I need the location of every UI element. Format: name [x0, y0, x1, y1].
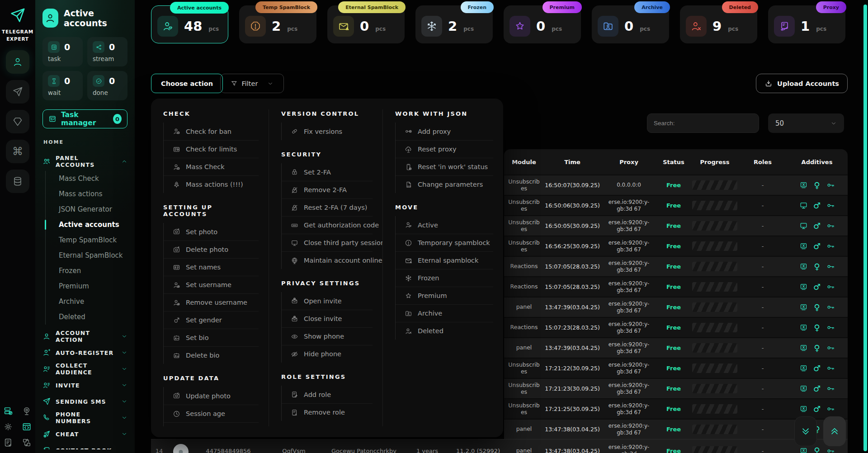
menu-item-set-2-fa[interactable]: Set 2-FA: [282, 163, 373, 181]
table-row[interactable]: Unsubscribes17:21:23(30.09.25)erse.io:92…: [504, 378, 848, 398]
status-card-frozen[interactable]: Frozen2pcs: [415, 5, 493, 43]
sidebar-item-eternal-spamblock[interactable]: Eternal SpamBlock: [46, 248, 127, 263]
menu-item-check-for-limits[interactable]: Check for limits: [164, 140, 259, 158]
menu-item-mass-actions[interactable]: Mass actions (!!!): [164, 175, 259, 193]
task-manager-button[interactable]: Task manager 0: [42, 109, 127, 128]
sidebar-item-json-generator[interactable]: JSON Generator: [46, 202, 127, 217]
menu-item-update-photo[interactable]: Update photo: [164, 387, 259, 405]
sidebar-section-account-action[interactable]: ACCOUNT ACTION: [42, 328, 127, 344]
menu-item-maintain-account-online[interactable]: Maintain account online: [282, 251, 373, 269]
sidebar-section-auto-register[interactable]: AUTO-REGISTER: [42, 344, 127, 361]
status-card-eternal-spamblock[interactable]: Eternal SpamBlock0pcs: [327, 5, 405, 43]
table-row[interactable]: Unsubscribes17:21:25(30.09.25)erse.io:92…: [504, 398, 848, 419]
rail-database-button[interactable]: [6, 170, 29, 193]
menu-item-session-age[interactable]: Session age: [164, 405, 259, 422]
sidebar-section-panel-accounts[interactable]: PANEL ACCOUNTS: [42, 153, 127, 170]
status-card-active-accounts[interactable]: Active accounts48pcs: [151, 5, 228, 43]
sidebar-item-active-accounts[interactable]: Active accounts: [46, 217, 127, 232]
status-card-proxy[interactable]: Proxy1pcs: [768, 5, 845, 43]
menu-item-active[interactable]: Active: [396, 216, 493, 234]
menu-item-set-photo[interactable]: Set photo: [164, 223, 259, 241]
menu-item-add-proxy[interactable]: Add proxy: [396, 123, 493, 140]
menu-item-temporary-spamblock[interactable]: Temporary spamblock: [396, 234, 493, 251]
menu-item-set-bio[interactable]: Set bio: [164, 329, 259, 346]
menu-item-get-authorization-code[interactable]: Get authorization code: [282, 216, 373, 234]
server-check-icon[interactable]: [3, 406, 13, 416]
table-row[interactable]: panel13:47:39(03.04.25)erse.io:9200:y-gb…: [504, 297, 848, 317]
rail-command-button[interactable]: ⌘: [6, 140, 29, 163]
sidebar-item-premium[interactable]: Premium: [46, 278, 127, 294]
sidebar-section-contact-book[interactable]: CONTACT BOOK: [42, 442, 127, 449]
menu-item-eternal-spamblock[interactable]: Eternal spamblock: [396, 251, 493, 269]
rail-person-button[interactable]: [6, 50, 29, 74]
account-row[interactable]: 14 447584849856 QgfVsm Gocewu Patoncchrk…: [151, 439, 848, 453]
menu-item-close-third-party-sessions[interactable]: Close third party sessions: [282, 234, 373, 251]
menu-item-show-phone[interactable]: Show phone: [282, 327, 373, 345]
table-row[interactable]: Unsubscribes16:56:25(30.09.25)erse.io:92…: [504, 236, 848, 256]
menu-item-close-invite[interactable]: Close invite: [282, 310, 373, 327]
menu-item-open-invite[interactable]: Open invite: [282, 292, 373, 310]
sidebar-item-mass-actions[interactable]: Mass actions: [46, 186, 127, 202]
table-row[interactable]: Reactions15:07:05(28.03.25)erse.io:9200:…: [504, 256, 848, 276]
rail-diamond-button[interactable]: [6, 110, 29, 133]
menu-item-reset-proxy[interactable]: Reset proxy: [396, 140, 493, 158]
sidebar-item-archive[interactable]: Archive: [46, 294, 127, 309]
menu-item-hide-phone[interactable]: Hide phone: [282, 345, 373, 363]
status-card-temp-spamblock[interactable]: Temp SpamBlock2pcs: [239, 5, 316, 43]
table-row[interactable]: Unsubscribes16:50:06(30.09.25)erse.io:92…: [504, 195, 848, 215]
menu-item-remove-2-fa[interactable]: Remove 2-FA: [282, 181, 373, 198]
menu-item-premium[interactable]: Premium: [396, 287, 493, 304]
menu-item-premium-name-username[interactable]: Premium, name, username: [164, 422, 259, 426]
menu-item-remove-username[interactable]: Remove username: [164, 293, 259, 311]
sidebar-item-deleted[interactable]: Deleted: [46, 309, 127, 325]
menu-item-check-for-ban[interactable]: Check for ban: [164, 123, 259, 140]
sidebar-section-collect-audience[interactable]: COLLECT AUDIENCE: [42, 361, 127, 377]
menu-item-remove-role[interactable]: Remove role: [282, 403, 373, 421]
table-row[interactable]: Unsubscribes16:50:05(30.09.25)erse.io:92…: [504, 215, 848, 236]
menu-item-reset-in-work-status[interactable]: Reset 'in work' status: [396, 158, 493, 175]
gear-icon[interactable]: [3, 422, 13, 432]
choose-action-button[interactable]: Choose action: [151, 74, 223, 93]
sidebar-section-invite[interactable]: INVITE: [42, 377, 127, 393]
scroll-to-top-button[interactable]: [823, 416, 846, 446]
search-input[interactable]: [647, 113, 759, 133]
doc-check-icon[interactable]: [3, 438, 13, 448]
sidebar-item-frozen[interactable]: Frozen: [46, 263, 127, 278]
page-scrollbar[interactable]: [863, 5, 867, 451]
menu-item-delete-photo[interactable]: Delete photo: [164, 241, 259, 258]
menu-item-set-username[interactable]: Set username: [164, 276, 259, 293]
sidebar-section-sending-sms[interactable]: SENDING SMS: [42, 393, 127, 410]
scroll-to-bottom-button[interactable]: [794, 416, 817, 446]
menu-item-mass-check[interactable]: Mass Check: [164, 158, 259, 175]
menu-item-set-names[interactable]: Set names: [164, 258, 259, 276]
status-card-archive[interactable]: Archive0pcs: [592, 5, 669, 43]
menu-item-set-gender[interactable]: Set gender: [164, 311, 259, 329]
swap-icon[interactable]: [22, 438, 32, 448]
status-card-premium[interactable]: Premium0pcs: [504, 5, 581, 43]
sidebar-section-cheat[interactable]: CHEAT: [42, 426, 127, 442]
status-card-deleted[interactable]: Deleted9pcs: [680, 5, 757, 43]
webcam-icon[interactable]: [22, 406, 32, 416]
sidebar-item-home[interactable]: HOME: [43, 139, 127, 145]
upload-accounts-button[interactable]: Upload Accounts: [756, 74, 848, 93]
sidebar-section-phone-numbers[interactable]: PHONE NUMBERS: [42, 410, 127, 426]
menu-item-change-parameters[interactable]: JSONChange parameters: [396, 175, 493, 193]
table-row[interactable]: Reactions15:07:05(28.03.25)erse.io:9200:…: [504, 276, 848, 297]
menu-item-frozen[interactable]: Frozen: [396, 269, 493, 287]
table-row[interactable]: Unsubscribes17:21:22(30.09.25)erse.io:92…: [504, 358, 848, 378]
menu-item-add-role[interactable]: Add role: [282, 386, 373, 403]
menu-item-fix-versions[interactable]: Fix versions: [282, 123, 373, 140]
table-row[interactable]: Reactions15:07:23(28.03.25)erse.io:9200:…: [504, 317, 848, 337]
code-win-icon[interactable]: [22, 422, 32, 432]
table-row[interactable]: Unsubscribes16:50:07(30.09.25)0.0.0.0:0F…: [504, 175, 848, 195]
filter-button[interactable]: Filter: [220, 74, 284, 93]
sidebar-item-temp-spamblock[interactable]: Temp SpamBlock: [46, 232, 127, 248]
menu-item-archive[interactable]: Archive: [396, 304, 493, 322]
rail-send-button[interactable]: [6, 80, 29, 104]
menu-item-deleted[interactable]: Deleted: [396, 322, 493, 340]
table-row[interactable]: panel13:47:39(03.04.25)erse.io:9200:y-gb…: [504, 337, 848, 358]
menu-item-delete-bio[interactable]: Delete bio: [164, 346, 259, 364]
menu-item-reset-2-fa-7-days[interactable]: Reset 2-FA (7 days): [282, 198, 373, 216]
sidebar-item-mass-check[interactable]: Mass Check: [46, 171, 127, 186]
page-size-select[interactable]: 50: [768, 113, 844, 133]
